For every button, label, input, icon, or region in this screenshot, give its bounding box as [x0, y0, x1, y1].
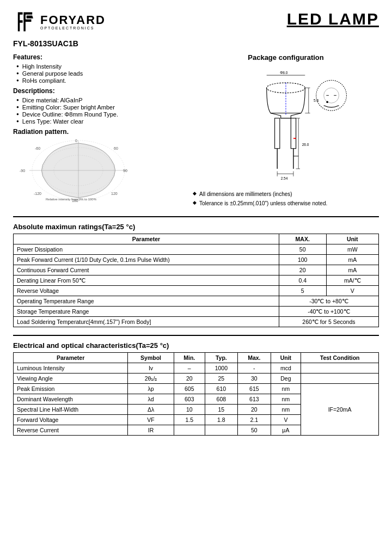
- feature-3: RoHs compliant.: [16, 77, 182, 84]
- elec-min: 605: [174, 384, 205, 394]
- elec-symbol: 2θ₁/₂: [128, 374, 174, 384]
- elec-col-min: Min.: [174, 353, 205, 363]
- elec-param: Peak Emission: [14, 384, 128, 394]
- abs-max-value: 0.4: [279, 276, 326, 286]
- abs-max-col-max: MAX.: [279, 234, 326, 244]
- elec-section: Electrical and optical characteristics(T…: [13, 341, 379, 436]
- svg-text:Relative intensity from 0% to : Relative intensity from 0% to 100%: [46, 198, 97, 201]
- product-title: LED LAMP: [287, 10, 379, 28]
- svg-text:90: 90: [123, 169, 127, 173]
- elec-unit: nm: [271, 405, 301, 415]
- elec-max: -: [238, 363, 271, 374]
- abs-max-param: Continuous Forward Current: [14, 265, 279, 276]
- abs-max-value: -30℃ to +80℃: [279, 296, 378, 307]
- abs-max-row: Storage Temperature Range-40℃ to +100℃: [14, 307, 379, 317]
- right-column: Package configuration Φ8.0: [193, 53, 379, 209]
- svg-point-41: [324, 88, 339, 103]
- elec-symbol: λp: [128, 384, 174, 394]
- elec-row: Peak Emissionλp605610615nmIF=20mA: [14, 384, 379, 394]
- abs-max-row: Operating Temperature Range-30℃ to +80℃: [14, 296, 379, 307]
- abs-max-unit: V: [326, 286, 378, 296]
- elec-table: Parameter Symbol Min. Typ. Max. Unit Tes…: [13, 352, 379, 436]
- svg-text:5.8: 5.8: [314, 99, 318, 102]
- svg-marker-2: [27, 16, 33, 19]
- abs-max-value: 5: [279, 286, 326, 296]
- elec-param: Luminous Intensity: [14, 363, 128, 374]
- elec-condition: IF=20mA: [301, 384, 379, 436]
- svg-text:60: 60: [114, 146, 118, 150]
- svg-text:0: 0: [75, 139, 77, 143]
- elec-typ: 15: [205, 405, 238, 415]
- svg-point-44: [326, 101, 328, 103]
- logo-sub: OPTOELECTRONICS: [40, 26, 106, 30]
- elec-unit: μA: [271, 425, 301, 436]
- abs-max-body: Power Dissipation50mWPeak Forward Curren…: [14, 244, 379, 327]
- svg-text:2.54: 2.54: [281, 176, 288, 180]
- elec-param: Forward Voltage: [14, 415, 128, 425]
- elec-max: 20: [238, 405, 271, 415]
- abs-max-section: Absolute maximun ratings(Ta=25 °c) Param…: [13, 223, 379, 327]
- svg-text:-90: -90: [20, 169, 25, 173]
- svg-text:Φ8.0: Φ8.0: [280, 71, 288, 75]
- elec-unit: mcd: [271, 363, 301, 374]
- abs-max-row: Derating Linear From 50℃0.4mA/℃: [14, 276, 379, 286]
- elec-col-unit: Unit: [271, 353, 301, 363]
- elec-condition: [301, 374, 379, 384]
- elec-title: Electrical and optical characteristics(T…: [13, 341, 379, 350]
- abs-max-param: Derating Linear From 50℃: [14, 276, 279, 286]
- abs-max-param: Load Soldering Temperaturc[4mm(.157") Fr…: [14, 317, 279, 327]
- model-number: FYL-8013SUAC1B: [13, 39, 379, 48]
- abs-max-param: Reverse Voltage: [14, 286, 279, 296]
- elec-symbol: Δλ: [128, 405, 174, 415]
- abs-max-row: Reverse Voltage5V: [14, 286, 379, 296]
- logo-brand: FORYARD: [40, 14, 106, 26]
- feature-1: High Instensity: [16, 63, 182, 70]
- elec-col-cond: Test Condition: [301, 353, 379, 363]
- abs-max-param: Storage Temperature Range: [14, 307, 279, 317]
- elec-unit: nm: [271, 384, 301, 394]
- radiation-title: Radiation pattern.: [13, 128, 182, 136]
- svg-marker-1: [23, 12, 32, 31]
- abs-max-value: 260℃ for 5 Seconds: [279, 317, 378, 327]
- abs-max-param: Power Dissipation: [14, 244, 279, 255]
- elec-typ: 608: [205, 394, 238, 405]
- elec-header-row: Parameter Symbol Min. Typ. Max. Unit Tes…: [14, 353, 379, 363]
- abs-max-unit: mA: [326, 255, 378, 265]
- feature-2: General purpose leads: [16, 70, 182, 77]
- features-list: High Instensity General purpose leads Ro…: [13, 63, 182, 84]
- elec-row: Viewing Angle2θ₁/₂202530Deg: [14, 374, 379, 384]
- abs-max-value: 100: [279, 255, 326, 265]
- elec-param: Spectral Line Half-Width: [14, 405, 128, 415]
- svg-rect-19: [275, 118, 280, 149]
- abs-max-value: 50: [279, 244, 326, 255]
- desc-1: Dice material: AlGaInP: [16, 97, 182, 103]
- desc-2: Emitting Color: Super bright Amber: [16, 104, 182, 111]
- descriptions-title: Descriptions:: [13, 87, 182, 95]
- svg-text:26.0: 26.0: [302, 143, 309, 146]
- abs-max-value: 20: [279, 265, 326, 276]
- elec-param: Reverse Current: [14, 425, 128, 436]
- svg-text:120: 120: [111, 192, 118, 195]
- elec-min: 603: [174, 394, 205, 405]
- elec-unit: V: [271, 415, 301, 425]
- elec-typ: 610: [205, 384, 238, 394]
- foryard-logo-icon: [13, 10, 37, 34]
- divider-1: [13, 216, 379, 217]
- elec-symbol: VF: [128, 415, 174, 425]
- package-title: Package configuration: [193, 53, 379, 62]
- dim-note-2: Tolerance is ±0.25mm(.010") unless other…: [193, 199, 379, 207]
- elec-typ: 1000: [205, 363, 238, 374]
- svg-marker-0: [18, 12, 23, 31]
- desc-4: Lens Type: Water clear: [16, 118, 182, 125]
- svg-text:-120: -120: [34, 192, 41, 195]
- elec-max: 50: [238, 425, 271, 436]
- elec-max: 615: [238, 384, 271, 394]
- elec-min: 10: [174, 405, 205, 415]
- left-column: Features: High Instensity General purpos…: [13, 53, 182, 209]
- abs-max-unit: mA/℃: [326, 276, 378, 286]
- descriptions-list: Dice material: AlGaInP Emitting Color: S…: [13, 97, 182, 125]
- svg-point-40: [316, 80, 347, 111]
- logo-text-area: FORYARD OPTOELECTRONICS: [40, 14, 106, 30]
- elec-body: Luminous IntensityIv–1000-mcdViewing Ang…: [14, 363, 379, 436]
- abs-max-title: Absolute maximun ratings(Ta=25 °c): [13, 223, 379, 231]
